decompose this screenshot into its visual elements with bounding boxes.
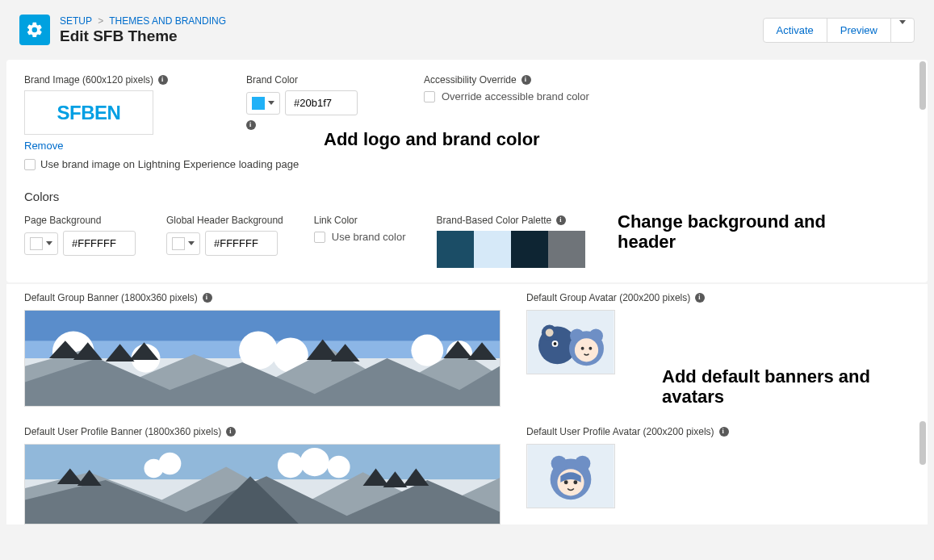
info-icon[interactable] <box>695 293 705 303</box>
annotation-bg: Change background and header <box>618 211 876 253</box>
accessibility-field: Accessibility Override Override accessib… <box>424 74 910 102</box>
breadcrumb: SETUP > THEMES AND BRANDING <box>60 15 226 27</box>
use-brand-color-label: Use brand color <box>332 231 406 243</box>
svg-point-35 <box>328 456 350 478</box>
svg-point-34 <box>300 448 329 476</box>
activate-button[interactable]: Activate <box>763 18 827 43</box>
breadcrumb-root[interactable]: SETUP <box>60 15 92 27</box>
preview-button[interactable]: Preview <box>827 18 891 43</box>
scrollbar[interactable] <box>919 421 926 465</box>
header-bg-label: Global Header Background <box>166 215 283 226</box>
svg-point-52 <box>573 480 577 484</box>
palette-swatch-4[interactable] <box>548 231 585 268</box>
chevron-down-icon <box>899 20 906 36</box>
svg-point-22 <box>546 328 554 336</box>
chevron-down-icon <box>46 241 52 245</box>
info-icon[interactable] <box>246 120 256 130</box>
brand-color-label: Brand Color <box>246 74 298 86</box>
override-checkbox[interactable] <box>424 91 435 102</box>
group-avatar-image[interactable] <box>526 310 615 374</box>
page-bg-label: Page Background <box>24 215 101 226</box>
colors-section-title: Colors <box>24 190 910 203</box>
chevron-down-icon <box>188 241 195 245</box>
breadcrumb-leaf[interactable]: THEMES AND BRANDING <box>109 15 226 27</box>
user-avatar-label: Default User Profile Avatar (200x200 pix… <box>526 426 714 437</box>
use-brand-image-label: Use brand image on Lightning Experience … <box>40 158 299 170</box>
page-background-field: Page Background <box>24 215 136 256</box>
accessibility-label: Accessibility Override <box>424 74 517 86</box>
scrollbar[interactable] <box>919 61 926 110</box>
page-bg-swatch-button[interactable] <box>24 232 58 255</box>
info-icon[interactable] <box>719 427 729 437</box>
group-avatar-label: Default Group Avatar (200x200 pixels) <box>526 292 690 303</box>
info-icon[interactable] <box>521 75 531 85</box>
svg-point-48 <box>551 456 568 472</box>
palette-field: Brand-Based Color Palette <box>437 215 585 268</box>
svg-point-49 <box>575 456 591 472</box>
breadcrumb-separator: > <box>98 15 103 27</box>
header-actions: Activate Preview <box>763 18 915 43</box>
palette-swatch-2[interactable] <box>474 231 511 268</box>
brand-color-field: Brand Color <box>246 74 375 132</box>
link-color-label: Link Color <box>314 215 358 226</box>
brand-image-label: Brand Image (600x120 pixels) <box>24 74 153 86</box>
svg-point-30 <box>588 347 592 350</box>
info-icon[interactable] <box>556 215 566 225</box>
svg-point-28 <box>575 338 598 361</box>
svg-rect-32 <box>25 445 500 479</box>
brand-image-field: Brand Image (600x120 pixels) SFBEN Remov… <box>24 74 198 152</box>
user-banner-field: Default User Profile Banner (1800x360 pi… <box>24 426 501 524</box>
chevron-down-icon <box>268 101 274 105</box>
user-avatar-image[interactable] <box>526 444 615 508</box>
info-icon[interactable] <box>158 75 168 85</box>
header-background-field: Global Header Background <box>166 215 283 256</box>
user-banner-label: Default User Profile Banner (1800x360 pi… <box>24 426 221 437</box>
info-icon[interactable] <box>226 427 236 437</box>
header-bg-input[interactable] <box>205 231 278 256</box>
defaults-panel: Default Group Banner (1800x360 pixels) <box>6 284 928 524</box>
svg-point-29 <box>581 347 584 350</box>
svg-point-37 <box>158 453 181 474</box>
group-banner-field: Default Group Banner (1800x360 pixels) <box>24 292 501 407</box>
palette-swatch-3[interactable] <box>511 231 548 268</box>
header-bg-swatch-button[interactable] <box>166 232 200 255</box>
brand-color-swatch-button[interactable] <box>246 92 280 115</box>
annotation-defaults: Add default banners and avatars <box>662 366 920 407</box>
info-icon[interactable] <box>203 293 212 303</box>
brand-color-input[interactable] <box>285 90 358 115</box>
use-brand-color-checkbox[interactable] <box>314 232 325 243</box>
page-header: SETUP > THEMES AND BRANDING Edit SFB The… <box>0 0 934 60</box>
link-color-field: Link Color Use brand color <box>314 215 406 243</box>
remove-link[interactable]: Remove <box>24 140 63 152</box>
page-bg-input[interactable] <box>63 231 136 256</box>
header-left: SETUP > THEMES AND BRANDING Edit SFB The… <box>19 15 226 45</box>
palette-swatch-1[interactable] <box>437 231 474 268</box>
more-actions-button[interactable] <box>890 18 915 43</box>
group-banner-label: Default Group Banner (1800x360 pixels) <box>24 292 198 303</box>
logo-sf: SF <box>57 102 82 123</box>
brand-color-swatch <box>252 97 265 110</box>
palette-label: Brand-Based Color Palette <box>437 215 552 226</box>
override-checkbox-label: Override accessible brand color <box>442 90 589 102</box>
user-banner-image[interactable] <box>24 444 501 524</box>
user-avatar-field: Default User Profile Avatar (200x200 pix… <box>526 426 752 524</box>
svg-point-24 <box>554 342 557 345</box>
group-banner-image[interactable] <box>24 310 501 407</box>
palette-swatches <box>437 231 585 268</box>
header-bg-swatch <box>172 237 185 250</box>
brand-image-preview[interactable]: SFBEN <box>24 90 153 135</box>
setup-gear-icon <box>19 15 50 45</box>
logo-image: SFBEN <box>57 102 121 124</box>
svg-point-33 <box>278 453 304 478</box>
page-title: Edit SFB Theme <box>60 27 226 45</box>
logo-ben: BEN <box>81 102 120 123</box>
brand-panel: Brand Image (600x120 pixels) SFBEN Remov… <box>6 60 928 282</box>
annotation-logo: Add logo and brand color <box>324 129 540 150</box>
svg-point-7 <box>411 335 443 366</box>
gear-icon <box>26 21 44 39</box>
svg-point-51 <box>564 480 568 484</box>
use-brand-image-checkbox[interactable] <box>24 159 36 170</box>
page-bg-swatch <box>30 237 43 250</box>
